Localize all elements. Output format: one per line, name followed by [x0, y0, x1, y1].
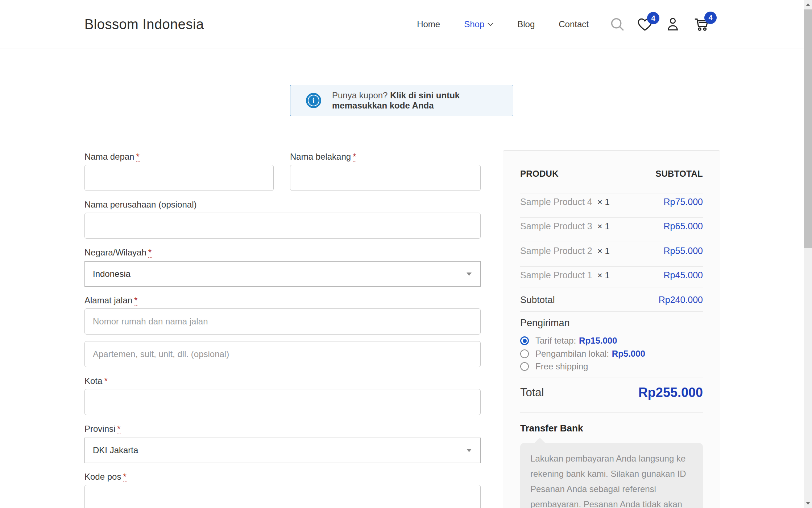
shipping-option-local-pickup[interactable]: Pengambilan lokal:Rp5.000	[520, 349, 645, 359]
street-address-label: Alamat jalan*	[84, 295, 481, 308]
select-arrow-icon	[467, 273, 472, 276]
shipping-header-row: Pengiriman	[520, 318, 703, 329]
account-user-icon[interactable]	[665, 16, 681, 32]
wishlist-heart-icon[interactable]: 4	[637, 16, 653, 32]
checkout-page: Blossom Indonesia Home Shop Blog Contact	[0, 0, 812, 508]
city-label: Kota*	[84, 376, 481, 389]
shipping-option-label: Free shipping	[535, 361, 588, 371]
required-asterisk: *	[148, 247, 152, 258]
item-name: Sample Product 1	[520, 270, 592, 280]
shipping-option-label: Tarif tetap:	[535, 336, 576, 345]
site-logo[interactable]: Blossom Indonesia	[84, 17, 204, 32]
last-name-field: Nama belakang*	[290, 151, 481, 191]
item-qty: × 1	[597, 197, 610, 207]
item-name: Sample Product 2	[520, 246, 592, 256]
cart-icon[interactable]: 4	[692, 16, 710, 33]
scroll-down-arrow-icon[interactable]	[806, 502, 810, 505]
nav-shop[interactable]: Shop	[464, 19, 493, 29]
nav-home[interactable]: Home	[417, 19, 440, 29]
item-price: Rp65.000	[664, 221, 703, 232]
company-input[interactable]	[84, 213, 481, 239]
company-field: Nama perusahaan (opsional)	[84, 199, 481, 239]
item-qty: × 1	[597, 270, 610, 280]
item-qty: × 1	[597, 221, 610, 231]
divider	[520, 311, 703, 312]
billing-form: Nama depan* Nama belakang* Nama perusaha…	[84, 0, 481, 508]
last-name-label: Nama belakang*	[290, 151, 481, 165]
divider	[520, 242, 703, 242]
total-label: Total	[520, 386, 544, 399]
payment-description-box: Lakukan pembayaran Anda langsung ke reke…	[520, 443, 703, 508]
radio-selected-icon[interactable]	[520, 336, 529, 345]
province-label: Provinsi*	[84, 423, 481, 437]
scroll-up-arrow-icon[interactable]	[806, 3, 810, 6]
divider	[520, 217, 703, 218]
header-icons: 4 4	[610, 16, 710, 33]
country-label: Negara/Wilayah*	[84, 247, 481, 261]
item-qty: × 1	[597, 246, 610, 256]
scrollbar-thumb[interactable]	[804, 9, 812, 248]
radio-icon[interactable]	[520, 349, 529, 358]
required-asterisk: *	[136, 152, 139, 162]
province-field: Provinsi* DKI Jakarta	[84, 423, 481, 463]
shipping-option-price: Rp5.000	[612, 349, 645, 359]
total-value: Rp255.000	[638, 385, 703, 400]
subtotal-label: Subtotal	[520, 294, 555, 306]
required-asterisk: *	[123, 472, 126, 482]
required-asterisk: *	[104, 376, 107, 386]
first-name-input[interactable]	[84, 165, 274, 191]
item-price: Rp55.000	[664, 246, 703, 256]
divider	[520, 266, 703, 267]
subtotal-row: Subtotal Rp240.000	[520, 294, 703, 306]
address-line1-input[interactable]	[84, 308, 481, 335]
shipping-option-free-shipping[interactable]: Free shipping	[520, 361, 588, 372]
province-selected-value: DKI Jakarta	[93, 445, 138, 455]
postcode-label: Kode pos*	[84, 471, 481, 485]
last-name-input[interactable]	[290, 165, 481, 191]
wishlist-count-badge: 4	[647, 12, 659, 24]
province-select[interactable]: DKI Jakarta	[84, 438, 481, 463]
item-name: Sample Product 4	[520, 197, 592, 207]
address-line2-input[interactable]	[84, 341, 481, 367]
scrollbar[interactable]	[804, 0, 812, 508]
subtotal-value: Rp240.000	[659, 295, 703, 305]
item-price: Rp45.000	[664, 270, 703, 280]
total-row: Total Rp255.000	[520, 384, 703, 401]
country-select[interactable]: Indonesia	[84, 261, 481, 287]
order-summary-panel: PRODUK SUBTOTAL Sample Product 4× 1 Rp75…	[503, 150, 720, 508]
payment-description: Lakukan pembayaran Anda langsung ke reke…	[530, 451, 693, 508]
order-table-header: PRODUK SUBTOTAL	[520, 169, 703, 179]
divider	[520, 193, 703, 193]
order-item-row: Sample Product 4× 1 Rp75.000	[520, 196, 703, 208]
shipping-option-price: Rp15.000	[579, 336, 617, 345]
search-icon[interactable]	[610, 17, 625, 32]
subtotal-header: SUBTOTAL	[655, 169, 703, 179]
produk-header: PRODUK	[520, 169, 559, 179]
first-name-field: Nama depan*	[84, 151, 274, 191]
country-selected-value: Indonesia	[93, 269, 130, 279]
first-name-label: Nama depan*	[84, 151, 274, 165]
shipping-option-flat-rate[interactable]: Tarif tetap:Rp15.000	[520, 336, 617, 346]
postcode-input[interactable]	[84, 485, 481, 508]
postcode-field: Kode pos*	[84, 471, 481, 508]
street-address-field: Alamat jalan*	[84, 295, 481, 367]
nav-blog[interactable]: Blog	[517, 19, 535, 29]
chevron-down-icon	[488, 22, 493, 26]
city-field: Kota*	[84, 376, 481, 415]
city-input[interactable]	[84, 389, 481, 415]
order-item-row: Sample Product 3× 1 Rp65.000	[520, 220, 703, 232]
cart-count-badge: 4	[704, 12, 717, 24]
payment-method-title: Transfer Bank	[520, 423, 583, 434]
radio-icon[interactable]	[520, 362, 529, 371]
shipping-title: Pengiriman	[520, 318, 570, 329]
item-name: Sample Product 3	[520, 221, 592, 231]
required-asterisk: *	[353, 152, 356, 162]
divider	[520, 412, 703, 413]
nav-contact[interactable]: Contact	[559, 19, 589, 29]
divider	[520, 377, 703, 377]
shipping-option-label: Pengambilan lokal:	[535, 349, 609, 359]
country-field: Negara/Wilayah* Indonesia	[84, 247, 481, 287]
order-item-row: Sample Product 1× 1 Rp45.000	[520, 269, 703, 281]
payment-method-row: Transfer Bank	[520, 423, 703, 434]
site-header: Blossom Indonesia Home Shop Blog Contact	[0, 0, 804, 49]
